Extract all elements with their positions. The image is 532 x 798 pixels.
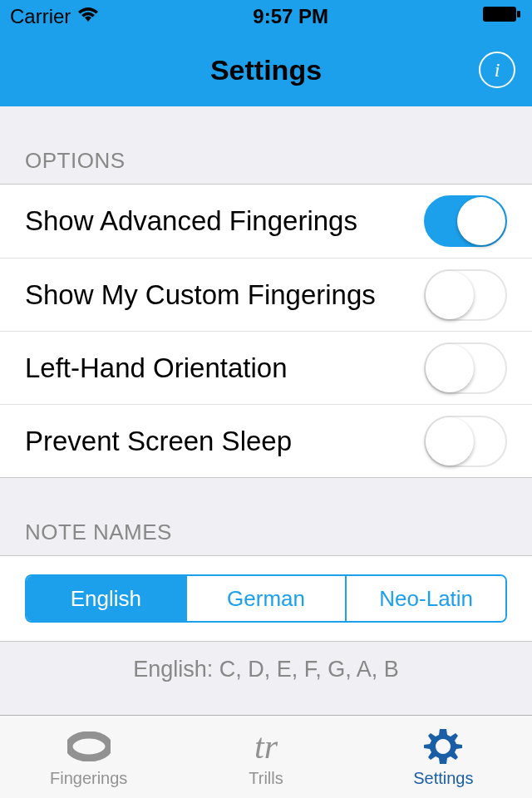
wifi-icon <box>77 5 99 28</box>
clock-label: 9:57 PM <box>253 5 328 28</box>
note-names-description: English: C, D, E, F, G, A, B <box>0 642 532 701</box>
oval-icon <box>67 726 111 767</box>
gear-icon <box>424 726 462 767</box>
option-label: Show My Custom Fingerings <box>25 279 376 311</box>
svg-rect-0 <box>483 7 516 22</box>
segmented-wrap: English German Neo-Latin <box>0 555 532 642</box>
segment-neo-latin[interactable]: Neo-Latin <box>345 576 505 621</box>
toggle-custom-fingerings[interactable] <box>424 269 507 321</box>
toggle-advanced-fingerings[interactable] <box>424 195 507 247</box>
segment-english[interactable]: English <box>27 576 185 621</box>
svg-rect-1 <box>517 11 520 17</box>
nav-bar: Settings i <box>0 33 532 106</box>
options-header: OPTIONS <box>0 106 532 184</box>
tab-bar: Fingerings tr Trills Settings <box>0 715 532 798</box>
info-icon: i <box>495 59 500 81</box>
status-bar: Carrier 9:57 PM <box>0 0 532 33</box>
option-label: Prevent Screen Sleep <box>25 426 292 457</box>
segment-german[interactable]: German <box>185 576 346 621</box>
option-custom-fingerings: Show My Custom Fingerings <box>0 258 532 331</box>
note-names-header: NOTE NAMES <box>0 478 532 555</box>
toggle-knob <box>426 344 474 392</box>
carrier-label: Carrier <box>10 5 71 28</box>
option-label: Show Advanced Fingerings <box>25 205 357 237</box>
svg-point-2 <box>69 735 109 758</box>
option-advanced-fingerings: Show Advanced Fingerings <box>0 185 532 258</box>
toggle-prevent-sleep[interactable] <box>424 416 507 467</box>
toggle-knob <box>426 271 474 319</box>
tab-label: Trills <box>249 769 283 788</box>
tab-label: Fingerings <box>50 769 127 788</box>
trills-icon: tr <box>254 726 278 767</box>
status-left: Carrier <box>10 5 99 28</box>
status-right <box>482 5 522 28</box>
info-button[interactable]: i <box>479 52 515 88</box>
page-title: Settings <box>210 54 322 86</box>
tab-trills[interactable]: tr Trills <box>177 716 354 798</box>
option-label: Left-Hand Orientation <box>25 352 288 384</box>
option-left-hand: Left-Hand Orientation <box>0 331 532 404</box>
tab-fingerings[interactable]: Fingerings <box>0 716 177 798</box>
tab-label: Settings <box>413 769 473 788</box>
toggle-knob <box>457 197 505 245</box>
option-prevent-sleep: Prevent Screen Sleep <box>0 404 532 477</box>
battery-icon <box>482 5 522 28</box>
note-names-segmented: English German Neo-Latin <box>25 574 507 623</box>
toggle-knob <box>426 417 474 466</box>
svg-point-4 <box>437 741 449 752</box>
tab-settings[interactable]: Settings <box>355 716 532 798</box>
options-group: Show Advanced Fingerings Show My Custom … <box>0 184 532 478</box>
toggle-left-hand[interactable] <box>424 342 507 394</box>
